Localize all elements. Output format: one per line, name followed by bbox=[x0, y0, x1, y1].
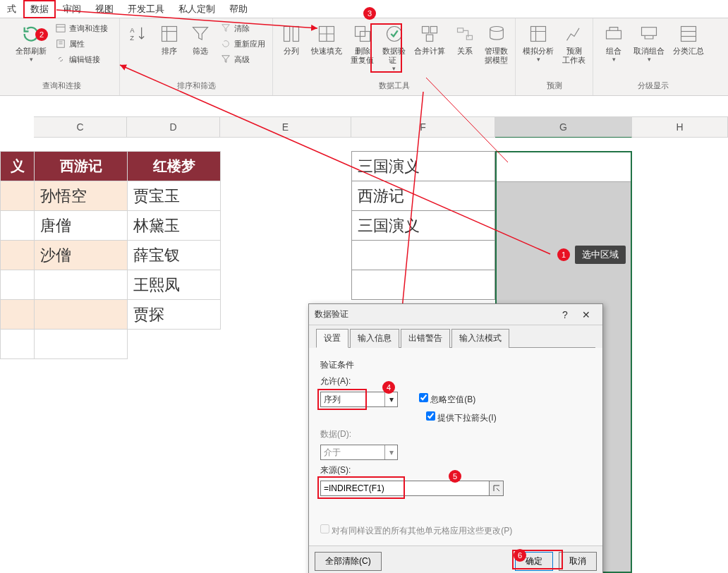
whatif-icon bbox=[527, 23, 550, 45]
subtotal-icon bbox=[677, 23, 700, 45]
cell[interactable]: 贾宝玉 bbox=[128, 181, 221, 211]
svg-rect-19 bbox=[458, 28, 463, 32]
sort-az-button[interactable]: AZ bbox=[124, 21, 152, 47]
clear-all-button[interactable]: 全部清除(C) bbox=[315, 552, 382, 571]
advanced-icon bbox=[220, 54, 231, 65]
datavalidation-button[interactable]: 数据验 证 ▾ bbox=[380, 21, 408, 73]
col-e[interactable]: E bbox=[220, 116, 351, 138]
dialog-title: 数据验证 bbox=[315, 308, 554, 320]
tab-help[interactable]: 帮助 bbox=[222, 0, 255, 18]
cell[interactable]: 唐僧 bbox=[35, 211, 128, 241]
properties-button[interactable]: 属性 bbox=[52, 37, 111, 51]
texttocolumns-button[interactable]: 分列 bbox=[277, 21, 305, 57]
subtotal-button[interactable]: 分类汇总 bbox=[670, 21, 707, 57]
table-header[interactable]: 义 bbox=[1, 152, 35, 181]
dialog-close-button[interactable]: ✕ bbox=[576, 309, 597, 320]
col-h[interactable]: H bbox=[632, 116, 728, 138]
f-column: 三国演义 西游记 三国演义 bbox=[351, 151, 495, 300]
cell[interactable]: 王熙凤 bbox=[128, 270, 221, 300]
ungroup-button[interactable]: 取消组合▾ bbox=[631, 21, 667, 64]
cell[interactable] bbox=[352, 241, 495, 270]
cancel-button[interactable]: 取消 bbox=[559, 552, 597, 571]
cell[interactable] bbox=[1, 330, 35, 359]
svg-rect-20 bbox=[466, 35, 472, 40]
table-header[interactable]: 红楼梦 bbox=[128, 152, 221, 181]
cell[interactable] bbox=[1, 270, 35, 300]
cell[interactable]: 林黛玉 bbox=[128, 211, 221, 241]
dlg-tab-input[interactable]: 输入信息 bbox=[350, 329, 399, 348]
allow-label: 允许(A): bbox=[320, 375, 591, 387]
dropdown-checkbox[interactable]: 提供下拉箭头(I) bbox=[426, 413, 497, 423]
advanced-button[interactable]: 高级 bbox=[217, 52, 268, 66]
range-picker-button[interactable] bbox=[490, 481, 504, 496]
tab-formula[interactable]: 式 bbox=[0, 0, 23, 18]
tab-review[interactable]: 审阅 bbox=[56, 0, 88, 18]
cell[interactable] bbox=[1, 241, 35, 270]
cell[interactable] bbox=[1, 300, 35, 330]
cell[interactable]: 西游记 bbox=[352, 181, 495, 211]
tab-view[interactable]: 视图 bbox=[88, 0, 121, 18]
ignore-blank-checkbox[interactable]: 忽略空值(B) bbox=[419, 393, 475, 406]
forecast-button[interactable]: 预测 工作表 bbox=[559, 21, 588, 66]
cell[interactable] bbox=[35, 270, 128, 300]
anno-badge-6: 6 bbox=[514, 549, 526, 562]
cell[interactable]: 三国演义 bbox=[352, 152, 495, 181]
reapply-button[interactable]: 重新应用 bbox=[217, 37, 268, 51]
group-button[interactable]: 组合▾ bbox=[600, 21, 628, 64]
anno-tooltip: 选中区域 bbox=[575, 246, 626, 264]
col-d[interactable]: D bbox=[127, 116, 220, 138]
cell[interactable] bbox=[35, 330, 128, 359]
tab-data[interactable]: 数据 bbox=[23, 0, 56, 18]
allow-select[interactable]: 序列 ▾ bbox=[320, 392, 398, 407]
queries-button[interactable]: 查询和连接 bbox=[52, 21, 111, 35]
consolidate-button[interactable]: 合并计算 bbox=[411, 21, 448, 57]
cell[interactable]: 贾探 bbox=[128, 300, 221, 330]
dlg-tab-settings[interactable]: 设置 bbox=[316, 329, 348, 348]
svg-text:A: A bbox=[130, 27, 135, 34]
table-header[interactable]: 西游记 bbox=[35, 152, 128, 181]
group-forecast: 预测 bbox=[547, 79, 562, 92]
data-table: 义 西游记 红楼梦 孙悟空 贾宝玉 唐僧 林黛玉 沙僧 薛宝钗 王熙凤 贾探 bbox=[0, 151, 221, 359]
chevron-down-icon: ▾ bbox=[384, 445, 397, 459]
active-cell[interactable] bbox=[497, 152, 631, 182]
cell[interactable]: 孙悟空 bbox=[35, 181, 128, 211]
cell[interactable]: 沙僧 bbox=[35, 241, 128, 270]
dialog-help-button[interactable]: ? bbox=[554, 309, 576, 320]
cell[interactable] bbox=[35, 300, 128, 330]
whatif-button[interactable]: 模拟分析▾ bbox=[520, 21, 557, 64]
datamodel-icon bbox=[485, 23, 508, 45]
cell[interactable]: 薛宝钗 bbox=[128, 241, 221, 270]
tab-custom[interactable]: 私人定制 bbox=[171, 0, 222, 18]
datamodel-button[interactable]: 管理数 据模型 bbox=[482, 21, 511, 66]
tab-devtools[interactable]: 开发工具 bbox=[121, 0, 171, 18]
group-queries: 查询和连接 bbox=[42, 79, 81, 92]
col-g[interactable]: G bbox=[495, 116, 632, 138]
source-input[interactable] bbox=[320, 481, 490, 496]
svg-rect-24 bbox=[642, 28, 657, 36]
col-c[interactable]: C bbox=[34, 116, 127, 138]
editlinks-button[interactable]: 编辑链接 bbox=[52, 52, 111, 66]
cell[interactable] bbox=[1, 211, 35, 241]
clear-button[interactable]: 清除 bbox=[217, 21, 268, 35]
refresh-all-button[interactable]: 全部刷新 ▾ bbox=[13, 21, 49, 64]
validation-condition-label: 验证条件 bbox=[320, 359, 591, 371]
dlg-tab-error[interactable]: 出错警告 bbox=[401, 329, 450, 348]
cell[interactable] bbox=[352, 270, 495, 300]
dlg-tab-ime[interactable]: 输入法模式 bbox=[451, 329, 509, 348]
anno-badge-5: 5 bbox=[449, 470, 461, 483]
cell[interactable]: 三国演义 bbox=[352, 211, 495, 241]
anno-badge-2: 2 bbox=[35, 28, 48, 41]
svg-rect-25 bbox=[681, 27, 696, 42]
filter-button[interactable]: 筛选 bbox=[186, 21, 214, 57]
group-outline: 分级显示 bbox=[638, 79, 669, 92]
removedup-button[interactable]: 删除 重复值 bbox=[348, 21, 377, 66]
svg-rect-18 bbox=[426, 35, 432, 41]
sort-button[interactable]: 排序 bbox=[155, 21, 183, 57]
cell[interactable] bbox=[1, 181, 35, 211]
queries-icon bbox=[55, 23, 66, 34]
data-select: 介于 ▾ bbox=[320, 445, 398, 460]
col-f[interactable]: F bbox=[351, 116, 495, 138]
relations-button[interactable]: 关系 bbox=[451, 21, 479, 57]
flashfill-button[interactable]: 快速填充 bbox=[308, 21, 345, 57]
filter-icon bbox=[189, 23, 212, 45]
